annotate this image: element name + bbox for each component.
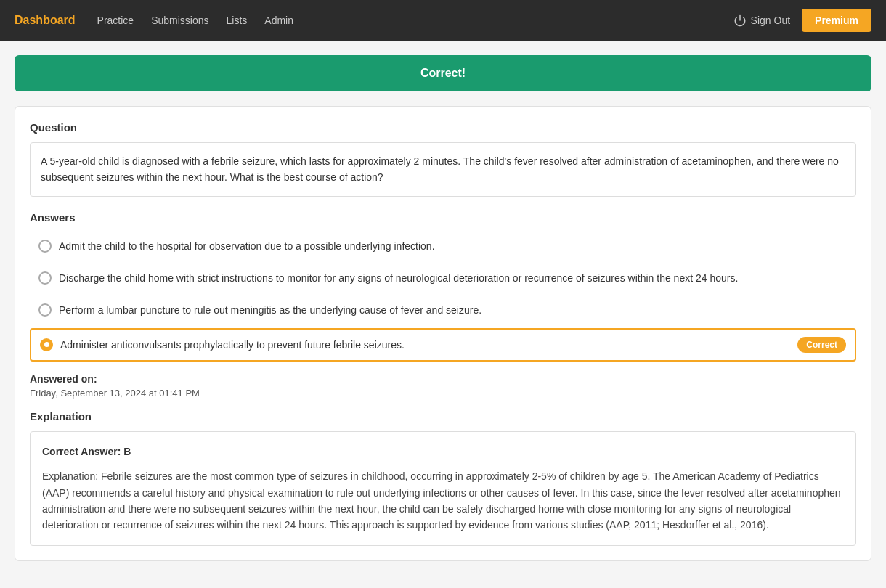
- nav-link-lists[interactable]: Lists: [227, 15, 248, 26]
- answer-text-b: Discharge the child home with strict ins…: [59, 272, 848, 284]
- explanation-section: Explanation Correct Answer: B Explanatio…: [30, 410, 856, 546]
- answer-option-c[interactable]: Perform a lumbar puncture to rule out me…: [30, 296, 856, 324]
- radio-c: [38, 303, 52, 317]
- answer-option-a[interactable]: Admit the child to the hospital for obse…: [30, 232, 856, 260]
- nav-links: Practice Submissions Lists Admin: [97, 15, 293, 26]
- navbar: Dashboard Practice Submissions Lists Adm…: [0, 0, 886, 41]
- power-icon: [733, 14, 747, 27]
- question-text: A 5-year-old child is diagnosed with a f…: [30, 142, 856, 197]
- question-section-label: Question: [30, 121, 856, 134]
- sign-out-label: Sign Out: [751, 15, 790, 26]
- radio-a: [38, 240, 52, 253]
- answer-text-d: Administer anticonvulsants prophylactica…: [60, 339, 790, 351]
- answered-on-date: Friday, September 13, 2024 at 01:41 PM: [30, 388, 856, 399]
- nav-link-practice[interactable]: Practice: [97, 15, 134, 26]
- question-card: Question A 5-year-old child is diagnosed…: [15, 106, 871, 561]
- sign-out-button[interactable]: Sign Out: [733, 14, 790, 27]
- premium-button[interactable]: Premium: [802, 9, 871, 32]
- explanation-box: Correct Answer: B Explanation: Febrile s…: [30, 431, 856, 546]
- explanation-text: Explanation: Febrile seizures are the mo…: [42, 468, 844, 534]
- answer-option-b[interactable]: Discharge the child home with strict ins…: [30, 264, 856, 292]
- answers-section-label: Answers: [30, 211, 856, 224]
- radio-d: [40, 338, 53, 351]
- answers-section: Answers Admit the child to the hospital …: [30, 211, 856, 362]
- explanation-section-label: Explanation: [30, 410, 856, 422]
- answer-option-d[interactable]: Administer anticonvulsants prophylactica…: [30, 328, 856, 362]
- answered-on-section: Answered on: Friday, September 13, 2024 …: [30, 373, 856, 399]
- correct-answer-label: Correct Answer: B: [42, 444, 844, 460]
- main-content: Correct! Question A 5-year-old child is …: [7, 41, 879, 576]
- nav-link-admin[interactable]: Admin: [264, 15, 293, 26]
- correct-banner: Correct!: [15, 55, 871, 91]
- nav-brand[interactable]: Dashboard: [15, 14, 76, 27]
- radio-b: [38, 271, 52, 285]
- nav-right: Sign Out Premium: [733, 9, 871, 32]
- answer-text-a: Admit the child to the hospital for obse…: [59, 240, 848, 252]
- answered-on-label: Answered on:: [30, 373, 856, 385]
- nav-link-submissions[interactable]: Submissions: [151, 15, 208, 26]
- answer-text-c: Perform a lumbar puncture to rule out me…: [59, 304, 848, 316]
- correct-badge: Correct: [797, 337, 846, 353]
